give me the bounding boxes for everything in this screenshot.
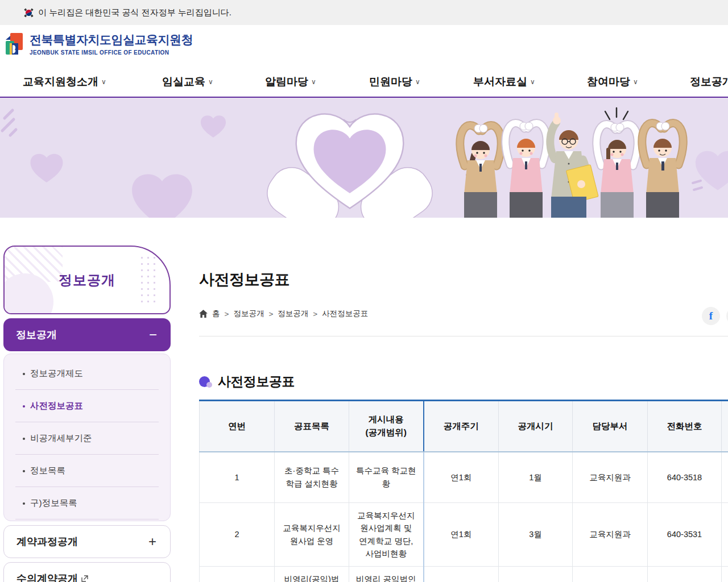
nav-item-imsil-edu[interactable]: 임실교육∨ xyxy=(162,67,213,97)
sidebar-item-info-list[interactable]: 정보목록 xyxy=(4,455,170,487)
page: 이 누리집은 대한민국 공식 전자정부 누리집입니다. 전북특별자치도임실교육지… xyxy=(0,0,728,582)
cell-no xyxy=(200,567,275,582)
chevron-down-icon: ∨ xyxy=(311,78,316,86)
chevron-down-icon: ∨ xyxy=(101,78,106,86)
cell-phone: 640-3531 xyxy=(648,503,722,567)
nav-item-info-disclosure[interactable]: 정보공개 xyxy=(690,67,728,97)
breadcrumb: 홈 > 정보공개 > 정보공개 > 사전정보공표 xyxy=(199,309,368,319)
cell-cycle: 연1회 xyxy=(424,452,499,503)
chevron-down-icon: ∨ xyxy=(633,78,638,86)
sidebar-item-advance-disclosure[interactable]: 사전정보공표 xyxy=(4,390,170,422)
table-row: 비영리(공익)법인 비영리 공익법인 xyxy=(200,567,728,582)
students-illustration xyxy=(460,108,683,218)
col-header-cycle: 공개주기 xyxy=(424,401,499,452)
hero-banner xyxy=(0,98,728,218)
col-header-time: 공개시기 xyxy=(499,401,573,452)
divider xyxy=(199,336,728,336)
site-header: 전북특별자치도임실교육지원청 JEONBUK STATE IMSIL OFFIC… xyxy=(0,25,728,67)
bullet-icon xyxy=(23,470,25,472)
gov-notice-text: 이 누리집은 대한민국 공식 전자정부 누리집입니다. xyxy=(38,7,231,18)
table-row: 1 초·중학교 특수학급 설치현황 특수교육 학교현황 연1회 1월 교육지원과… xyxy=(200,452,728,503)
table-row: 2 교육복지우선지원사업 운영 교육복지우선지원사업계획 및 연계학교 명단, … xyxy=(200,503,728,567)
advance-disclosure-table: 연번 공표목록 게시내용 (공개범위) 공개주기 공개시기 담당부서 전화번호 … xyxy=(199,400,728,582)
sidebar-link-private-contract[interactable]: 수의계약공개 xyxy=(3,562,171,582)
col-header-content: 게시내용 (공개범위) xyxy=(349,401,424,452)
cell-time xyxy=(499,567,573,582)
breadcrumb-separator: > xyxy=(225,310,229,318)
nav-item-office-intro[interactable]: 교육지원청소개∨ xyxy=(23,67,106,97)
cell-list: 초·중학교 특수학급 설치현황 xyxy=(275,452,349,503)
cell-time: 1월 xyxy=(499,452,573,503)
cell-extra xyxy=(722,452,728,503)
cell-list: 비영리(공익)법인 xyxy=(275,567,349,582)
col-header-no: 연번 xyxy=(200,401,275,452)
page-title: 사전정보공표 xyxy=(199,269,289,290)
chevron-down-icon: ∨ xyxy=(415,78,420,86)
heart-hands xyxy=(259,114,441,218)
col-header-list: 공표목록 xyxy=(275,401,349,452)
cell-extra xyxy=(722,567,728,582)
breadcrumb-separator: > xyxy=(268,310,273,318)
cell-content: 비영리 공익법인 xyxy=(349,567,424,582)
cell-dept: 교육지원과 xyxy=(573,452,648,503)
sidebar-accordion-info-disclosure[interactable]: 정보공개 − xyxy=(3,318,171,351)
global-nav: 교육지원청소개∨ 임실교육∨ 알림마당∨ 민원마당∨ 부서자료실∨ 참여마당∨ … xyxy=(0,67,728,98)
sidebar-title-card: 정보공개 xyxy=(3,246,171,314)
cell-extra xyxy=(722,503,728,567)
sidebar-panel-title: 정보공개 xyxy=(59,271,115,289)
home-icon xyxy=(199,310,208,318)
nav-item-notice[interactable]: 알림마당∨ xyxy=(265,67,316,97)
facebook-share-button[interactable]: f xyxy=(702,307,720,325)
facebook-icon: f xyxy=(709,310,713,322)
bullet-icon xyxy=(23,373,25,375)
nav-item-participation[interactable]: 참여마당∨ xyxy=(587,67,638,97)
cell-content: 특수교육 학교현황 xyxy=(349,452,424,503)
cell-time: 3월 xyxy=(499,503,573,567)
breadcrumb-level1[interactable]: 정보공개 xyxy=(233,309,264,319)
chevron-down-icon: ∨ xyxy=(208,78,213,86)
cell-cycle xyxy=(424,567,499,582)
sidebar-item-nondisclosure-criteria[interactable]: 비공개세부기준 xyxy=(4,422,170,455)
bullet-icon xyxy=(23,502,25,505)
sidebar: 정보공개 정보공개 − 정보공개제도 사전정보공표 비공개세부기준 정보목록 xyxy=(3,246,171,582)
cell-cycle: 연1회 xyxy=(424,503,499,567)
bullet-icon xyxy=(23,438,25,440)
bullet-icon xyxy=(23,405,25,408)
expand-icon: + xyxy=(148,535,156,548)
external-link-icon xyxy=(81,575,88,582)
site-logo[interactable]: 전북특별자치도임실교육지원청 JEONBUK STATE IMSIL OFFIC… xyxy=(5,32,193,56)
breadcrumb-current: 사전정보공표 xyxy=(322,309,368,319)
logo-title: 전북특별자치도임실교육지원청 xyxy=(30,32,193,48)
col-header-dept: 담당부서 xyxy=(573,401,648,452)
chevron-down-icon: ∨ xyxy=(530,78,535,86)
nav-item-dept-data[interactable]: 부서자료실∨ xyxy=(473,67,535,97)
cell-phone: 640-3518 xyxy=(648,452,722,503)
breadcrumb-home[interactable]: 홈 xyxy=(212,309,220,319)
table-scroll-region[interactable]: 연번 공표목록 게시내용 (공개범위) 공개주기 공개시기 담당부서 전화번호 … xyxy=(199,400,728,582)
col-header-phone: 전화번호 xyxy=(648,401,722,452)
sidebar-submenu: 정보공개제도 사전정보공표 비공개세부기준 정보목록 구)정보목록 xyxy=(3,354,171,521)
hero-illustration xyxy=(0,98,728,218)
cell-phone xyxy=(648,567,722,582)
section-heading: 사전정보공표 xyxy=(199,373,295,390)
office-logo-icon xyxy=(5,32,24,56)
section-bullet-icon xyxy=(199,376,210,388)
gov-notice-bar: 이 누리집은 대한민국 공식 전자정부 누리집입니다. xyxy=(0,0,728,25)
sidebar-accordion-contract-process[interactable]: 계약과정공개 + xyxy=(3,525,171,558)
cell-content: 교육복지우선지원사업계획 및 연계학교 명단, 사업비현황 xyxy=(349,503,424,567)
cell-no: 2 xyxy=(200,503,275,567)
sidebar-item-old-info-list[interactable]: 구)정보목록 xyxy=(4,487,170,519)
col-header-extra xyxy=(722,401,728,452)
section-title: 사전정보공표 xyxy=(218,373,295,390)
korean-flag-icon xyxy=(24,8,34,18)
nav-item-civil[interactable]: 민원마당∨ xyxy=(369,67,420,97)
table-header-row: 연번 공표목록 게시내용 (공개범위) 공개주기 공개시기 담당부서 전화번호 xyxy=(200,401,728,452)
decoration xyxy=(139,255,159,307)
cell-dept xyxy=(573,567,648,582)
cell-dept: 교육지원과 xyxy=(573,503,648,567)
collapse-icon: − xyxy=(149,328,157,342)
breadcrumb-separator: > xyxy=(313,310,317,318)
breadcrumb-level2[interactable]: 정보공개 xyxy=(278,309,308,319)
logo-subtitle: JEONBUK STATE IMSIL OFFICE OF EDUCATION xyxy=(30,49,193,56)
sidebar-item-disclosure-system[interactable]: 정보공개제도 xyxy=(4,357,170,390)
